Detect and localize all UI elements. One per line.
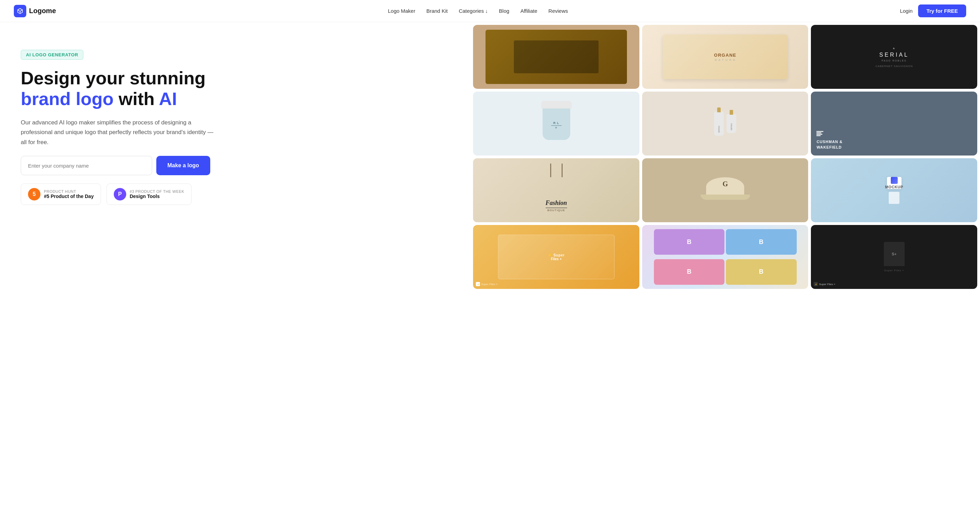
producthunt-week-text: #3 PRODUCT OF THE WEEK Design Tools [130, 189, 184, 199]
logo-icon [14, 5, 26, 17]
fashion-logo-text: Fashion [546, 200, 567, 207]
headline-brand-logo: brand logo [21, 89, 114, 109]
organe-label: ORGANE [714, 52, 737, 58]
b-tile-purple: B [654, 229, 724, 255]
biz-card-brand: MOCKUP [885, 185, 903, 189]
nav-link-reviews[interactable]: Reviews [549, 8, 568, 14]
ai-badge: AI LOGO GENERATOR [21, 50, 83, 60]
organe-sublabel: N A T U R E [715, 59, 735, 62]
tote-dark-brand: S+ [892, 252, 897, 256]
serial-sub: PASO ROBLES [882, 59, 907, 62]
hero-left: AI LOGO GENERATOR Design your stunning b… [0, 22, 470, 226]
business-card-back [889, 192, 899, 204]
nav-link-blog[interactable]: Blog [499, 8, 509, 14]
cap-logo-letter: G [722, 180, 728, 188]
logo-text: Logome [29, 7, 56, 15]
logome-icon [17, 8, 24, 14]
mosaic-cell-bizcard: MOCKUP [811, 158, 977, 222]
hero-subtext: Our advanced AI logo maker simplifies th… [21, 118, 215, 148]
serial-text: SERIAL [879, 52, 909, 58]
b-tile-pink: B [654, 259, 724, 285]
mosaic-cell-fashion: Fashion BOUTIQUE [473, 158, 640, 222]
company-name-input[interactable] [21, 156, 152, 175]
product-hunt-text: PRODUCT HUNT #5 Product of the Day [44, 189, 94, 199]
fashion-sub: BOUTIQUE [546, 209, 567, 212]
serial-year: CABERNET SAUVIGNON [875, 65, 913, 68]
superfiles-watermark: ⚡ Super Files + [476, 282, 497, 286]
box-brand: ⚡ Super [548, 253, 565, 257]
headline-ai: AI [159, 89, 177, 109]
mosaic-cell-coffee: R L ✕ [473, 92, 640, 155]
nav-link-categories[interactable]: Categories ↓ [459, 8, 488, 14]
mosaic-grid: ORGANE N A T U R E ▲ SERIAL PASO ROBLES … [470, 22, 980, 292]
nav-link-brand-kit[interactable]: Brand Kit [426, 8, 448, 14]
award-badges: 5 PRODUCT HUNT #5 Product of the Day P #… [21, 184, 450, 205]
product-hunt-badge: 5 PRODUCT HUNT #5 Product of the Day [21, 184, 101, 205]
login-button[interactable]: Login [900, 8, 913, 14]
mosaic-cell-tote-dark: S+ Super Files + ⚡ Super Files + [811, 225, 977, 289]
tote-dark-label: Super Files + [884, 269, 904, 272]
nav-actions: Login Try for FREE [900, 5, 966, 17]
serial-brand-top: ▲ [892, 46, 896, 50]
hero-headline: Design your stunning brand logo with AI [21, 68, 450, 109]
producthunt-week-icon: P [114, 188, 126, 200]
input-row: Make a logo [21, 156, 450, 175]
navbar: Logome Logo Maker Brand Kit Categories ↓… [0, 0, 980, 22]
badge-label-pw: #3 PRODUCT OF THE WEEK [130, 189, 184, 193]
b-tile-blue: B [726, 229, 796, 255]
nav-link-logo-maker[interactable]: Logo Maker [388, 8, 415, 14]
serum-bottle-1: mixolo [714, 112, 724, 136]
make-logo-button[interactable]: Make a logo [156, 156, 210, 175]
mosaic-cell-organe: ORGANE N A T U R E [642, 25, 808, 89]
mosaic-cell-mixolo: mixolo mixolo [642, 92, 808, 155]
mosaic-cell-box-orange: ⚡ Super Files + ⚡ Super Files + [473, 225, 640, 289]
coffee-cup-sub: ✕ [555, 127, 557, 129]
try-free-button[interactable]: Try for FREE [918, 5, 966, 17]
hero-section: AI LOGO GENERATOR Design your stunning b… [0, 22, 980, 517]
badge-value-pw: Design Tools [130, 193, 184, 199]
mosaic-cell-b-logo: B B B B [642, 225, 808, 289]
headline-line1: Design your stunning [21, 68, 205, 88]
hero-right-mosaic: ORGANE N A T U R E ▲ SERIAL PASO ROBLES … [470, 22, 980, 517]
mosaic-cell-cap: G [642, 158, 808, 222]
headline-with: with [114, 89, 159, 109]
biz-card-logo-shape [891, 177, 898, 184]
nav-link-affiliate[interactable]: Affiliate [520, 8, 538, 14]
badge-label-ph: PRODUCT HUNT [44, 189, 94, 193]
nav-links: Logo Maker Brand Kit Categories ↓ Blog A… [388, 8, 568, 14]
product-hunt-icon: 5 [28, 188, 40, 200]
logo[interactable]: Logome [14, 5, 56, 17]
badge-value-ph: #5 Product of the Day [44, 193, 94, 199]
b-tile-yellow: B [726, 259, 796, 285]
mosaic-fade [470, 489, 980, 517]
mosaic-cell-serial: ▲ SERIAL PASO ROBLES CABERNET SAUVIGNON [811, 25, 977, 89]
mosaic-cell-box [473, 25, 640, 89]
cushman-text: CUSHMAN &WAKEFIELD [816, 139, 842, 150]
serum-bottle-2: mixolo [727, 114, 736, 133]
coffee-cup-logo: R L [553, 121, 559, 125]
business-card-front: MOCKUP [887, 177, 902, 189]
box-product: Files + [551, 257, 562, 261]
mosaic-cell-cushman: CUSHMAN &WAKEFIELD [811, 92, 977, 155]
producthunt-week-badge: P #3 PRODUCT OF THE WEEK Design Tools [107, 184, 192, 205]
superfiles-watermark-dark: ⚡ Super Files + [814, 282, 835, 286]
